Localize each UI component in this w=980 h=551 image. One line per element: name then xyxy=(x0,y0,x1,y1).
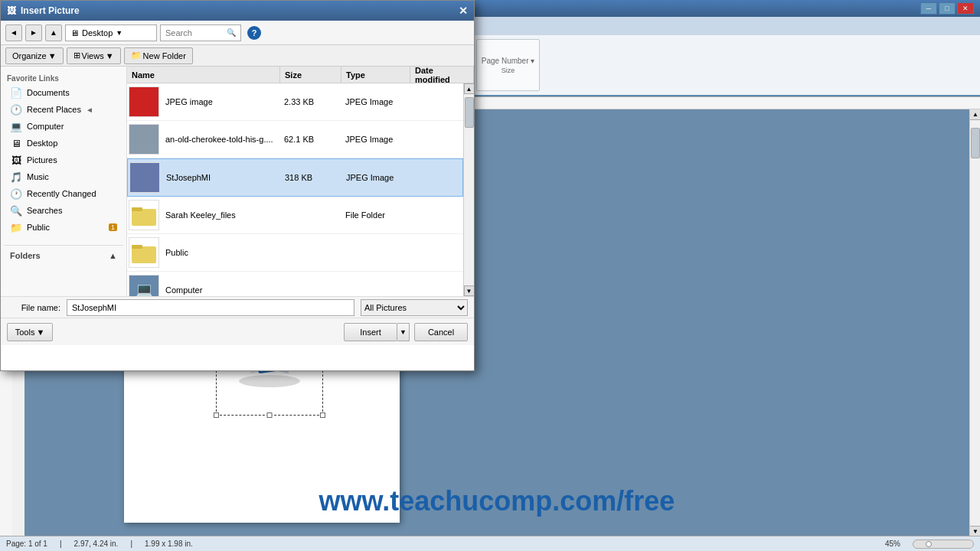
folders-toggle[interactable]: Folders ▲ xyxy=(10,249,117,262)
tools-button[interactable]: Tools ▼ xyxy=(7,323,53,341)
file-info-3: StJosephMI 318 KB JPEG Image xyxy=(162,173,462,182)
file-type-3: JPEG Image xyxy=(341,173,410,182)
table-row[interactable]: StJosephMI 318 KB JPEG Image xyxy=(127,158,463,197)
sidebar-item-music[interactable]: 🎵 Music xyxy=(4,168,123,185)
search-box[interactable]: 🔍 xyxy=(160,24,241,41)
table-row[interactable]: Sarah Keeley_files File Folder xyxy=(127,197,463,234)
insert-button[interactable]: Insert xyxy=(344,323,397,341)
file-thumbnail-5 xyxy=(129,237,159,268)
nav-up-button[interactable]: ▲ xyxy=(45,24,62,41)
music-icon: 🎵 xyxy=(10,171,22,183)
sidebar-item-label-documents: Documents xyxy=(27,88,70,97)
file-thumbnail-1 xyxy=(129,86,159,117)
nav-back-button[interactable]: ◄ xyxy=(5,24,22,41)
file-list-header: Name Size Type Date modified xyxy=(127,67,474,83)
file-name-1: JPEG image xyxy=(161,97,279,106)
folders-section: Folders ▲ xyxy=(4,245,123,266)
sidebar-item-label-desktop: Desktop xyxy=(27,139,57,148)
location-dropdown-arrow[interactable]: ▼ xyxy=(116,29,122,37)
cancel-button[interactable]: Cancel xyxy=(414,323,468,341)
search-input[interactable] xyxy=(165,28,227,37)
views-label: Views xyxy=(82,51,104,60)
sidebar-item-public[interactable]: 📁 Public 1 xyxy=(4,219,123,236)
favorite-links-section: Favorite Links 📄 Documents 🕐 Recent Plac… xyxy=(4,73,123,236)
dialog-close-button[interactable]: ✕ xyxy=(459,5,468,17)
folder-icon-svg xyxy=(130,201,158,229)
location-bar[interactable]: 🖥 Desktop ▼ xyxy=(65,24,157,41)
help-button[interactable]: ? xyxy=(247,26,261,40)
file-name-6: Computer xyxy=(161,285,279,295)
list-scroll-down[interactable]: ▼ xyxy=(464,285,475,296)
file-name-2: an-old-cherokee-told-his-g.... xyxy=(161,135,279,144)
organize-button[interactable]: Organize ▼ xyxy=(5,47,64,64)
sidebar-item-label-searches: Searches xyxy=(27,206,62,215)
file-info-6: Computer xyxy=(161,285,463,295)
file-size-3: 318 KB xyxy=(280,173,341,182)
sidebar-item-label-recent: Recent Places xyxy=(27,105,81,114)
views-icon: ⊞ xyxy=(74,51,80,60)
desktop-icon: 🖥 xyxy=(10,137,22,149)
list-scrollbar[interactable]: ▲ ▼ xyxy=(463,83,474,296)
main-window: 📝 Mastering Publisher – Microsoft Publis… xyxy=(0,0,980,551)
dialog-actions: Tools ▼ Insert ▼ Cancel xyxy=(1,318,474,345)
sidebar-item-pictures[interactable]: 🖼 Pictures xyxy=(4,152,123,168)
sidebar-item-desktop[interactable]: 🖥 Desktop xyxy=(4,135,123,152)
list-scroll-thumb[interactable] xyxy=(465,97,474,128)
svg-rect-26 xyxy=(132,209,156,226)
file-name-3: StJosephMI xyxy=(162,173,280,182)
dialog-toolbar2: Organize ▼ ⊞ Views ▼ 📁 New Folder xyxy=(1,45,474,67)
file-info-5: Public xyxy=(161,248,463,257)
dialog-overlay: 🖼 Insert Picture ✕ ◄ ► ▲ 🖥 Desktop ▼ 🔍 xyxy=(0,0,980,551)
sidebar-item-recent-places[interactable]: 🕐 Recent Places ◄ xyxy=(4,101,123,118)
dialog-sidebar: Favorite Links 📄 Documents 🕐 Recent Plac… xyxy=(1,67,127,296)
insert-button-group: Insert ▼ xyxy=(344,323,410,341)
dialog-title-left: 🖼 Insert Picture xyxy=(7,5,80,16)
favorite-links-title: Favorite Links xyxy=(4,73,123,84)
recent-places-icon: 🕐 xyxy=(10,103,22,116)
nav-forward-button[interactable]: ► xyxy=(25,24,42,41)
file-type-2: JPEG Image xyxy=(341,135,410,144)
col-date[interactable]: Date modified xyxy=(410,67,474,83)
views-button[interactable]: ⊞ Views ▼ xyxy=(67,47,121,64)
file-list-scroll: JPEG image 2.33 KB JPEG Image xyxy=(127,83,474,296)
svg-rect-28 xyxy=(132,246,156,263)
sidebar-item-computer[interactable]: 💻 Computer xyxy=(4,118,123,135)
new-folder-button[interactable]: 📁 New Folder xyxy=(124,47,193,64)
views-arrow: ▼ xyxy=(106,51,114,60)
search-icon: 🔍 xyxy=(227,28,236,37)
svg-rect-27 xyxy=(132,207,142,211)
recently-changed-icon: 🕐 xyxy=(10,187,22,200)
public-icon: 📁 xyxy=(10,221,22,233)
table-row[interactable]: JPEG image 2.33 KB JPEG Image xyxy=(127,83,463,121)
file-info-4: Sarah Keeley_files File Folder xyxy=(161,210,463,220)
file-info-1: JPEG image 2.33 KB JPEG Image xyxy=(161,97,463,106)
file-thumbnail-3 xyxy=(129,162,160,193)
table-row[interactable]: an-old-cherokee-told-his-g.... 62.1 KB J… xyxy=(127,121,463,158)
svg-rect-29 xyxy=(132,245,142,249)
file-thumbnail-6: 💻 xyxy=(129,275,159,296)
new-folder-icon: 📁 xyxy=(131,51,142,60)
table-row[interactable]: 💻 Computer xyxy=(127,272,463,296)
help-icon[interactable]: ? xyxy=(247,26,261,40)
filename-input[interactable] xyxy=(67,299,354,316)
table-row[interactable]: Public xyxy=(127,234,463,272)
col-name[interactable]: Name xyxy=(127,67,280,83)
filetype-dropdown[interactable]: All Pictures xyxy=(361,299,468,316)
pictures-icon: 🖼 xyxy=(10,154,22,166)
list-scroll-up[interactable]: ▲ xyxy=(464,83,475,94)
filename-label: File name: xyxy=(7,303,60,312)
sidebar-item-documents[interactable]: 📄 Documents xyxy=(4,84,123,101)
file-list: JPEG image 2.33 KB JPEG Image xyxy=(127,83,463,296)
sidebar-item-recently-changed[interactable]: 🕐 Recently Changed xyxy=(4,185,123,202)
collapse-arrow: ◄ xyxy=(86,106,95,114)
insert-dropdown-arrow[interactable]: ▼ xyxy=(397,323,410,341)
file-type-1: JPEG Image xyxy=(341,97,410,106)
new-folder-label: New Folder xyxy=(143,51,186,60)
file-info-2: an-old-cherokee-told-his-g.... 62.1 KB J… xyxy=(161,135,463,144)
file-size-1: 2.33 KB xyxy=(279,97,341,106)
col-size[interactable]: Size xyxy=(280,67,341,83)
tools-arrow: ▼ xyxy=(36,328,44,337)
public-badge: 1 xyxy=(109,223,117,231)
col-type[interactable]: Type xyxy=(341,67,410,83)
sidebar-item-searches[interactable]: 🔍 Searches xyxy=(4,202,123,219)
